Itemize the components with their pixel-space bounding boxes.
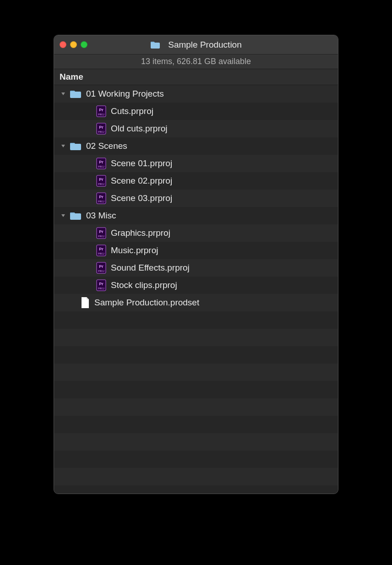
- project-file-row[interactable]: PrPROJGraphics.prproj: [54, 224, 338, 242]
- svg-text:PROJ: PROJ: [98, 270, 104, 272]
- project-file-row[interactable]: PrPROJSound Effects.prproj: [54, 259, 338, 277]
- svg-text:PROJ: PROJ: [98, 130, 104, 133]
- premiere-project-icon: PrPROJ: [96, 279, 106, 291]
- empty-row: [54, 381, 338, 398]
- svg-text:Pr: Pr: [99, 229, 103, 234]
- svg-text:Pr: Pr: [99, 264, 103, 269]
- premiere-project-icon: PrPROJ: [96, 158, 106, 169]
- disclosure-triangle-icon[interactable]: [60, 91, 67, 97]
- item-label: 01 Working Projects: [86, 89, 164, 99]
- empty-row: [54, 311, 338, 329]
- premiere-project-icon: PrPROJ: [96, 262, 106, 274]
- project-file-row[interactable]: PrPROJScene 03.prproj: [54, 190, 338, 207]
- item-label: 02 Scenes: [86, 141, 127, 151]
- item-label: Scene 01.prproj: [111, 158, 172, 168]
- premiere-project-icon: PrPROJ: [96, 175, 106, 187]
- document-row[interactable]: Sample Production.prodset: [54, 294, 338, 311]
- item-label: Cuts.prproj: [111, 106, 153, 116]
- empty-row: [54, 398, 338, 416]
- project-file-row[interactable]: PrPROJScene 01.prproj: [54, 155, 338, 172]
- folder-icon: [70, 141, 82, 151]
- premiere-project-icon: PrPROJ: [96, 105, 106, 117]
- status-bar: 13 items, 626.81 GB available: [54, 54, 338, 69]
- empty-row: [54, 433, 338, 451]
- project-file-row[interactable]: PrPROJStock clips.prproj: [54, 277, 338, 294]
- disclosure-triangle-icon[interactable]: [60, 143, 67, 149]
- finder-window: Sample Production 13 items, 626.81 GB av…: [54, 35, 338, 494]
- empty-row: [54, 364, 338, 381]
- premiere-project-icon: PrPROJ: [96, 244, 106, 256]
- svg-text:PROJ: PROJ: [98, 165, 104, 168]
- title-content: Sample Production: [54, 40, 338, 50]
- project-file-row[interactable]: PrPROJOld cuts.prproj: [54, 120, 338, 137]
- svg-text:PROJ: PROJ: [98, 252, 104, 255]
- folder-row[interactable]: 03 Misc: [54, 207, 338, 224]
- svg-text:Pr: Pr: [99, 247, 103, 251]
- item-label: Stock clips.prproj: [111, 280, 177, 290]
- svg-text:Pr: Pr: [99, 177, 103, 182]
- svg-text:Pr: Pr: [99, 108, 103, 112]
- empty-row: [54, 346, 338, 364]
- project-file-row[interactable]: PrPROJCuts.prproj: [54, 103, 338, 120]
- folder-icon: [70, 89, 82, 98]
- folder-icon: [150, 41, 160, 49]
- svg-text:Pr: Pr: [99, 125, 103, 130]
- window-title: Sample Production: [168, 40, 242, 50]
- premiere-project-icon: PrPROJ: [96, 192, 106, 204]
- svg-text:PROJ: PROJ: [98, 235, 104, 238]
- column-header[interactable]: Name: [54, 69, 338, 85]
- svg-text:PROJ: PROJ: [98, 287, 104, 290]
- column-name-label: Name: [60, 72, 83, 82]
- item-label: Old cuts.prproj: [111, 124, 168, 134]
- status-text: 13 items, 626.81 GB available: [141, 57, 251, 66]
- project-file-row[interactable]: PrPROJScene 02.prproj: [54, 172, 338, 190]
- item-label: Music.prproj: [111, 245, 158, 255]
- folder-icon: [70, 211, 82, 220]
- traffic-lights: [60, 41, 87, 48]
- empty-row: [54, 329, 338, 346]
- svg-text:PROJ: PROJ: [98, 183, 104, 185]
- close-button[interactable]: [60, 41, 66, 48]
- document-icon: [81, 297, 90, 309]
- svg-text:PROJ: PROJ: [98, 200, 104, 203]
- empty-row: [54, 468, 338, 485]
- item-label: Scene 02.prproj: [111, 176, 172, 186]
- zoom-button[interactable]: [81, 41, 87, 48]
- premiere-project-icon: PrPROJ: [96, 227, 106, 239]
- disclosure-triangle-icon[interactable]: [60, 213, 67, 218]
- svg-text:Pr: Pr: [99, 160, 103, 164]
- titlebar[interactable]: Sample Production: [54, 35, 338, 54]
- folder-row[interactable]: 02 Scenes: [54, 137, 338, 155]
- empty-row: [54, 485, 338, 494]
- svg-text:Pr: Pr: [99, 282, 103, 286]
- item-label: Sound Effects.prproj: [111, 263, 190, 273]
- item-label: 03 Misc: [86, 211, 116, 221]
- item-label: Scene 03.prproj: [111, 193, 172, 203]
- empty-row: [54, 416, 338, 433]
- item-label: Graphics.prproj: [111, 228, 170, 238]
- svg-text:PROJ: PROJ: [98, 113, 104, 116]
- folder-row[interactable]: 01 Working Projects: [54, 85, 338, 103]
- project-file-row[interactable]: PrPROJMusic.prproj: [54, 242, 338, 259]
- item-label: Sample Production.prodset: [94, 298, 199, 308]
- empty-row: [54, 451, 338, 468]
- svg-text:Pr: Pr: [99, 195, 103, 199]
- file-list: 01 Working ProjectsPrPROJCuts.prprojPrPR…: [54, 85, 338, 494]
- premiere-project-icon: PrPROJ: [96, 123, 106, 135]
- minimize-button[interactable]: [70, 41, 77, 48]
